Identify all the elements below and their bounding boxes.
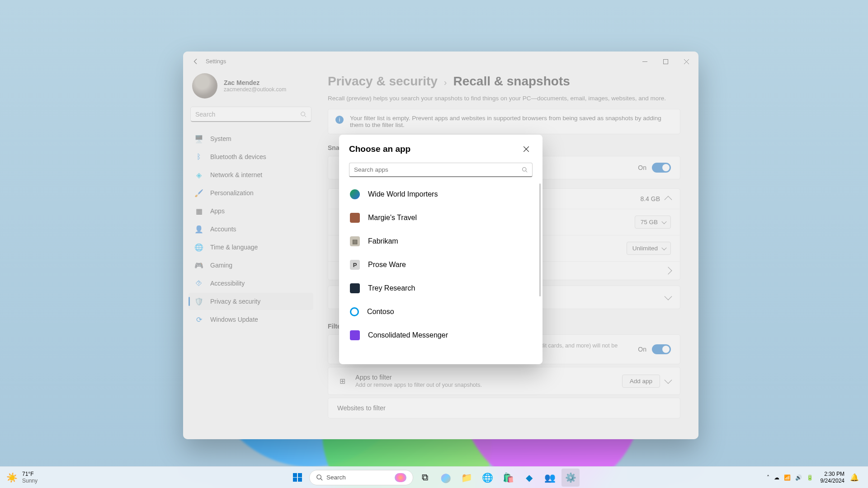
app-row-contoso[interactable]: Contoso: [344, 300, 540, 324]
edge-button[interactable]: 🌐: [478, 469, 496, 487]
breadcrumb-parent[interactable]: Privacy & security: [328, 74, 438, 89]
app-list: Wide World Importers Margie's Travel ▤Fa…: [339, 181, 542, 364]
websites-to-filter-card[interactable]: Websites to filter: [328, 398, 680, 418]
app-row-fabrikam[interactable]: ▤Fabrikam: [344, 230, 540, 253]
search-highlight-icon: [395, 473, 406, 482]
teams-button[interactable]: 👥: [541, 469, 559, 487]
search-icon: [522, 167, 528, 173]
weather-condition: Sunny: [22, 478, 38, 484]
app-icon: [350, 189, 360, 199]
person-icon: 👤: [195, 225, 203, 233]
sidebar-search[interactable]: [190, 107, 311, 122]
nav-accessibility[interactable]: ⯑Accessibility: [189, 275, 313, 292]
task-view-button[interactable]: ⧉: [416, 469, 434, 487]
dialog-search[interactable]: [349, 163, 533, 177]
storage-used-value: 8.4 GB: [640, 195, 660, 202]
system-tray[interactable]: ˄ ☁ 📶 🔊 🔋: [762, 474, 818, 481]
notifications-button[interactable]: 🔔: [847, 473, 862, 482]
avatar: [192, 73, 217, 99]
volume-icon[interactable]: 🔊: [795, 474, 802, 481]
nav-bluetooth[interactable]: ᛒBluetooth & devices: [189, 148, 313, 165]
weather-icon: ☀️: [6, 472, 18, 483]
wifi-icon[interactable]: 📶: [784, 474, 791, 481]
shield-icon: 🛡️: [195, 297, 203, 305]
apps-to-filter-card: ⊞ Apps to filter Add or remove apps to f…: [328, 367, 680, 395]
toggle-state-label: On: [638, 164, 646, 171]
sidebar-search-input[interactable]: [195, 111, 300, 118]
taskbar: ☀️ 71°F Sunny Search ⧉ ⬤ 📁 🌐 🛍️ ◆ 👥 ⚙️ ˄…: [0, 466, 868, 488]
close-button[interactable]: [676, 52, 697, 71]
page-description: Recall (preview) helps you search your s…: [328, 95, 680, 102]
app-row-wide-world-importers[interactable]: Wide World Importers: [344, 183, 540, 206]
globe-clock-icon: 🌐: [195, 243, 203, 251]
nav-privacy-security[interactable]: 🛡️Privacy & security: [189, 293, 313, 310]
nav-apps[interactable]: ▦Apps: [189, 202, 313, 220]
display-icon: 🖥️: [195, 135, 203, 143]
nav-personalization[interactable]: 🖌️Personalization: [189, 184, 313, 202]
minimize-button[interactable]: [634, 52, 655, 71]
nav-gaming[interactable]: 🎮Gaming: [189, 257, 313, 274]
taskbar-clock[interactable]: 2:30 PM 9/24/2024: [821, 471, 844, 484]
settings-button[interactable]: ⚙️: [561, 469, 580, 487]
nav-system[interactable]: 🖥️System: [189, 130, 313, 147]
nav-network[interactable]: ◈Network & internet: [189, 166, 313, 183]
accessibility-icon: ⯑: [195, 279, 203, 287]
dialog-scrollbar[interactable]: [539, 183, 541, 296]
app-icon: [350, 330, 360, 340]
nav-time-language[interactable]: 🌐Time & language: [189, 239, 313, 256]
nav-windows-update[interactable]: ⟳Windows Update: [189, 311, 313, 328]
apps-filter-sub: Add or remove apps to filter out of your…: [355, 382, 614, 388]
app-row-trey-research[interactable]: Trey Research: [344, 277, 540, 300]
info-bar: i Your filter list is empty. Prevent app…: [328, 109, 680, 134]
save-snapshots-toggle[interactable]: [652, 163, 671, 173]
search-icon: [300, 111, 307, 117]
tray-chevron-icon[interactable]: ˄: [767, 474, 769, 481]
app-icon: ▤: [350, 236, 360, 246]
info-icon: i: [335, 116, 344, 124]
chevron-right-icon: ›: [444, 77, 447, 88]
dialog-title: Choose an app: [349, 144, 410, 154]
app-icon: [350, 307, 359, 316]
onedrive-icon[interactable]: ☁: [774, 474, 779, 481]
svg-point-3: [317, 475, 321, 479]
app-row-margies-travel[interactable]: Margie's Travel: [344, 206, 540, 230]
app-icon: [350, 213, 360, 223]
breadcrumb: Privacy & security › Recall & snapshots: [328, 74, 680, 89]
chevron-down-icon: [665, 293, 672, 300]
info-text: Your filter list is empty. Prevent apps …: [350, 115, 673, 128]
storage-limit-select[interactable]: 75 GB: [635, 216, 671, 229]
app-row-consolidated-messenger[interactable]: Consolidated Messenger: [344, 324, 540, 347]
page-title: Recall & snapshots: [453, 74, 570, 89]
dialog-search-input[interactable]: [354, 166, 522, 173]
store-button[interactable]: 🛍️: [499, 469, 517, 487]
choose-app-dialog: Choose an app Wide World Importers Margi…: [339, 135, 542, 364]
start-button[interactable]: [288, 469, 307, 487]
maximize-button[interactable]: [655, 52, 676, 71]
sidebar: Zac Mendez zacmendez@outlook.com 🖥️Syste…: [183, 71, 319, 439]
bluetooth-icon: ᛒ: [195, 153, 203, 161]
toggle-state-label: On: [638, 346, 646, 353]
sensitive-filter-toggle[interactable]: [652, 344, 671, 354]
profile-block[interactable]: Zac Mendez zacmendez@outlook.com: [189, 71, 313, 107]
profile-name: Zac Mendez: [224, 79, 286, 86]
svg-point-2: [523, 168, 526, 171]
taskbar-weather[interactable]: ☀️ 71°F Sunny: [0, 471, 38, 484]
dialog-close-button[interactable]: [520, 143, 533, 155]
office-button[interactable]: ◆: [520, 469, 538, 487]
file-explorer-button[interactable]: 📁: [458, 469, 476, 487]
battery-icon[interactable]: 🔋: [807, 474, 813, 481]
titlebar: Settings: [183, 52, 698, 71]
nav-accounts[interactable]: 👤Accounts: [189, 221, 313, 238]
add-app-button[interactable]: Add app: [622, 375, 660, 388]
storage-age-select[interactable]: Unlimited: [627, 242, 671, 255]
back-button[interactable]: [189, 55, 202, 68]
paintbrush-icon: 🖌️: [195, 189, 203, 197]
taskbar-search[interactable]: Search: [309, 470, 413, 485]
app-row-prose-ware[interactable]: PProse Ware: [344, 253, 540, 277]
copilot-button[interactable]: ⬤: [437, 469, 455, 487]
svg-rect-0: [663, 59, 668, 64]
chevron-right-icon: [665, 267, 672, 275]
profile-email: zacmendez@outlook.com: [224, 86, 286, 93]
gamepad-icon: 🎮: [195, 261, 203, 269]
apps-grid-icon: ⊞: [337, 376, 347, 386]
